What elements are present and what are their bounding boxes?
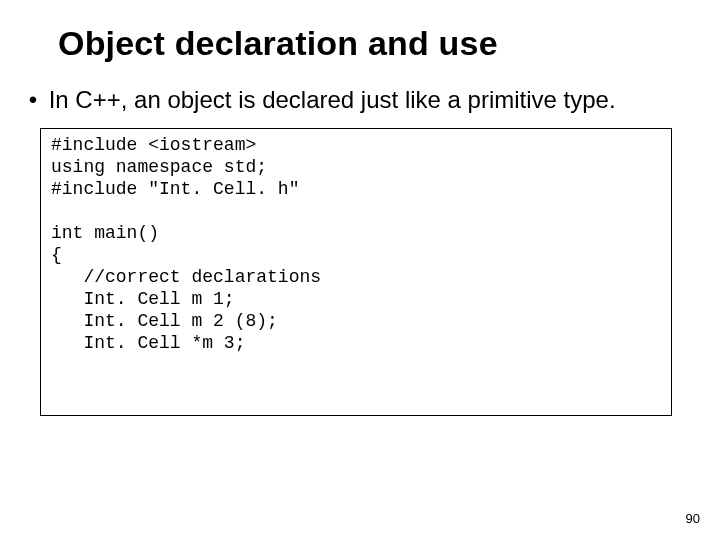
- code-block: #include <iostream> using namespace std;…: [40, 128, 672, 416]
- code-line: {: [51, 245, 62, 265]
- code-line: Int. Cell *m 3;: [51, 333, 245, 353]
- code-line: using namespace std;: [51, 157, 267, 177]
- bullet-item: • In C++, an object is declared just lik…: [24, 86, 696, 114]
- code-line: int main(): [51, 223, 159, 243]
- slide: Object declaration and use • In C++, an …: [0, 0, 720, 540]
- code-line: Int. Cell m 2 (8);: [51, 311, 278, 331]
- code-line: //correct declarations: [51, 267, 321, 287]
- page-number: 90: [686, 511, 700, 526]
- code-line: #include "Int. Cell. h": [51, 179, 299, 199]
- bullet-marker: •: [24, 86, 42, 114]
- code-line: Int. Cell m 1;: [51, 289, 235, 309]
- bullet-text: In C++, an object is declared just like …: [49, 86, 616, 113]
- slide-title: Object declaration and use: [58, 24, 498, 63]
- code-line: #include <iostream>: [51, 135, 256, 155]
